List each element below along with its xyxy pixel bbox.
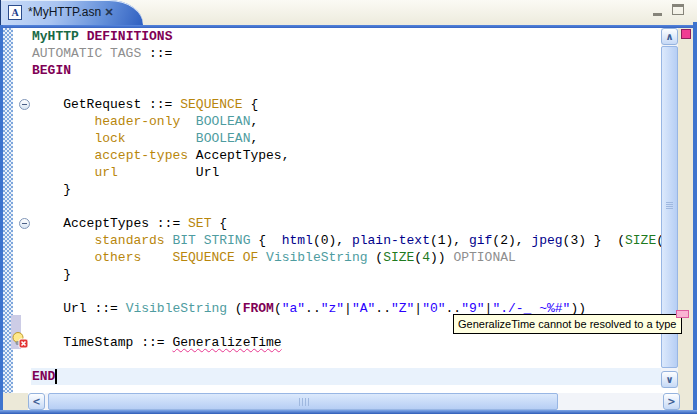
overview-ruler[interactable] [678,28,693,410]
scroll-right-button[interactable]: > [663,393,680,410]
code-line: lock BOOLEAN, [31,130,661,147]
code-line: TimeStamp ::= GeneralizeTime [31,334,661,351]
overview-error-summary-marker[interactable] [681,29,691,39]
code-line: standards BIT STRING { html(0), plain-te… [31,232,661,249]
code-line [31,79,661,96]
tab-title: *MyHTTP.asn [28,5,101,20]
window-border-right [693,22,697,414]
code-line: accept-types AcceptTypes, [31,147,661,164]
tab-myhttp-asn[interactable]: A *MyHTTP.asn ✕ [0,0,143,25]
editor-window: A *MyHTTP.asn ✕ MyHTTP DEFINITIONSAUTOMA… [0,0,697,414]
code-line: } [31,266,661,283]
close-icon[interactable]: ✕ [102,5,116,19]
code-line [31,283,661,300]
code-line: AcceptTypes ::= SET { [31,215,661,232]
fold-collapse-icon[interactable] [19,218,30,229]
code-line: url Url [31,164,661,181]
code-line: } [31,181,661,198]
horizontal-scrollbar-thumb[interactable] [48,393,558,410]
maximize-view-button[interactable] [671,4,686,17]
code-line: GetRequest ::= SEQUENCE { [31,96,661,113]
code-line: AUTOMATIC TAGS ::= [31,45,661,62]
code-line [31,198,661,215]
minimize-icon [653,13,662,16]
window-border-left [0,25,3,414]
code-line [31,351,661,368]
tab-bar: A *MyHTTP.asn ✕ [0,0,697,25]
overview-error-marker[interactable] [676,310,689,318]
code-editor[interactable]: MyHTTP DEFINITIONSAUTOMATIC TAGS ::=BEGI… [31,28,661,393]
code-line: others SEQUENCE OF VisibleString (SIZE(4… [31,249,661,266]
minimize-view-button[interactable] [651,4,666,17]
code-line: MyHTTP DEFINITIONS [31,28,661,45]
code-line: BEGIN [31,62,661,79]
scrollbar-grip [299,398,309,406]
window-border-bottom [0,410,697,414]
maximize-icon [672,4,684,15]
scroll-left-button[interactable]: < [28,393,45,410]
scrollbar-grip [666,202,673,210]
scroll-up-button[interactable]: ∧ [661,28,678,45]
code-line: END [31,368,661,385]
bottom-left-corner [3,393,28,410]
scroll-down-button[interactable]: ∨ [661,371,678,388]
fold-collapse-icon[interactable] [19,99,30,110]
text-cursor [55,369,57,384]
asn-file-icon: A [8,5,22,20]
error-tooltip: GeneralizeTime cannot be resolved to a t… [453,314,682,334]
error-bulb-icon[interactable] [11,331,28,348]
code-line: header-only BOOLEAN, [31,113,661,130]
